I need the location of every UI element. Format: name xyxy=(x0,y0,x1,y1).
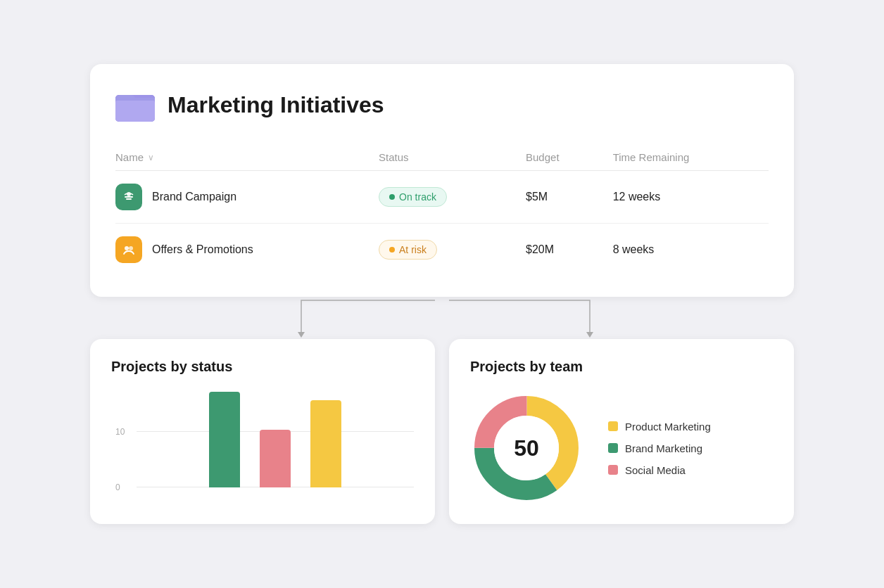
grid-label-0: 0 xyxy=(115,482,120,492)
page-title: Marketing Initiatives xyxy=(168,92,384,118)
svg-point-7 xyxy=(129,246,133,250)
offers-icon xyxy=(115,236,142,263)
offers-promotions-name: Offers & Promotions xyxy=(152,243,253,256)
col-header-name: Name ∨ xyxy=(115,144,373,171)
at-risk-badge: At risk xyxy=(379,240,437,260)
legend-item-product: Product Marketing xyxy=(608,421,711,433)
table-row: Brand Campaign On track $5M 12 weeks xyxy=(115,171,769,224)
folder-icon xyxy=(115,85,155,124)
legend-label-social: Social Media xyxy=(625,464,686,476)
brand-campaign-name: Brand Campaign xyxy=(152,191,236,203)
time-cell-offers: 8 weeks xyxy=(607,224,769,276)
status-dot-green xyxy=(389,194,395,200)
team-chart-card: Projects by team 50 xyxy=(449,339,794,524)
legend-dot-product xyxy=(608,421,618,431)
name-cell-offers: Offers & Promotions xyxy=(115,224,373,276)
legend-item-social: Social Media xyxy=(608,464,711,476)
legend-dot-brand xyxy=(608,443,618,453)
connector-area xyxy=(90,297,794,339)
top-card: Marketing Initiatives Name ∨ Status Budg… xyxy=(90,64,794,297)
budget-cell-offers: $20M xyxy=(520,224,607,276)
main-container: Marketing Initiatives Name ∨ Status Budg… xyxy=(90,64,794,524)
donut-chart: 50 xyxy=(470,392,583,504)
budget-cell-brand: $5M xyxy=(520,171,607,224)
on-track-badge: On track xyxy=(379,187,447,207)
team-chart-title: Projects by team xyxy=(470,359,773,375)
status-dot-yellow xyxy=(389,247,395,253)
legend-label-product: Product Marketing xyxy=(625,421,711,433)
status-chart-card: Projects by status 10 0 xyxy=(90,339,435,524)
status-cell-brand: On track xyxy=(373,171,520,224)
status-chart-title: Projects by status xyxy=(111,359,414,375)
brand-campaign-icon xyxy=(115,184,142,210)
sort-icon: ∨ xyxy=(148,153,154,162)
projects-table: Name ∨ Status Budget Time Remaining xyxy=(115,144,769,276)
grid-label-10: 10 xyxy=(115,427,125,437)
connector-svg xyxy=(90,297,794,339)
bar-chart-area: 10 0 xyxy=(111,392,414,504)
header-row: Marketing Initiatives xyxy=(115,85,769,124)
col-header-budget: Budget xyxy=(520,144,607,171)
legend-label-brand: Brand Marketing xyxy=(625,442,702,454)
bar-yellow xyxy=(310,400,341,487)
donut-center-value: 50 xyxy=(514,435,539,461)
svg-marker-9 xyxy=(586,332,593,338)
donut-area: 50 Product Marketing Brand Marketing Soc… xyxy=(470,392,773,504)
legend-item-brand: Brand Marketing xyxy=(608,442,711,454)
bar-pink xyxy=(260,430,291,487)
status-cell-offers: At risk xyxy=(373,224,520,276)
time-cell-brand: 12 weeks xyxy=(607,171,769,224)
name-cell-brand: Brand Campaign xyxy=(115,171,373,224)
svg-point-6 xyxy=(125,246,129,250)
svg-rect-2 xyxy=(115,99,155,122)
col-header-time: Time Remaining xyxy=(607,144,769,171)
bottom-row: Projects by status 10 0 xyxy=(90,339,794,524)
table-row: Offers & Promotions At risk $20M 8 weeks xyxy=(115,224,769,276)
legend-dot-social xyxy=(608,465,618,475)
bar-green xyxy=(209,392,240,487)
chart-legend: Product Marketing Brand Marketing Social… xyxy=(608,421,711,476)
svg-marker-8 xyxy=(298,332,305,338)
col-header-status: Status xyxy=(373,144,520,171)
bars-group xyxy=(137,392,414,487)
